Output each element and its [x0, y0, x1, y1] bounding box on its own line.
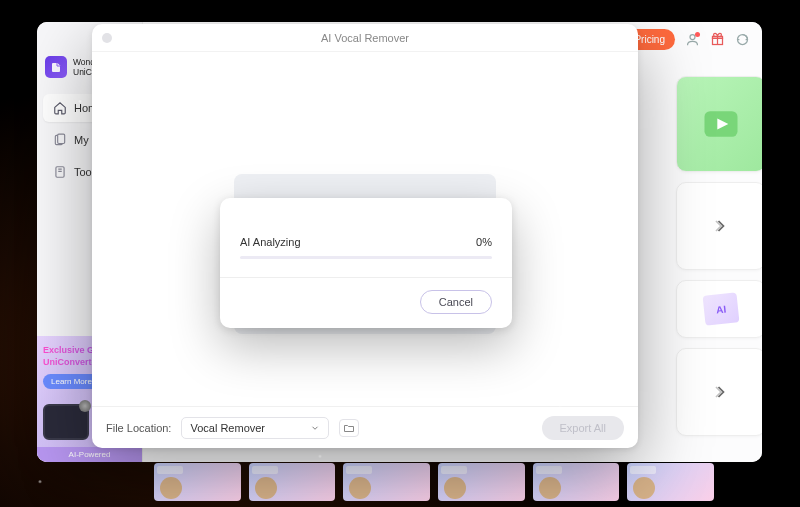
analyzing-percent: 0%	[476, 236, 492, 248]
modal-footer: File Location: Vocal Remover Export All	[92, 406, 638, 448]
dialog-separator	[220, 277, 512, 278]
chevron-down-icon	[310, 423, 320, 433]
modal-title: AI Vocal Remover	[321, 32, 409, 44]
modal-backdrop: AI Vocal Remover AI Analyzing 0% Cancel …	[0, 0, 800, 507]
modal-header: AI Vocal Remover	[92, 24, 638, 52]
cancel-button[interactable]: Cancel	[420, 290, 492, 314]
file-location-select[interactable]: Vocal Remover	[181, 417, 329, 439]
file-location-value: Vocal Remover	[190, 422, 265, 434]
analyzing-dialog: AI Analyzing 0% Cancel	[220, 198, 512, 328]
analyzing-status: AI Analyzing	[240, 236, 301, 248]
modal-close-icon[interactable]	[102, 33, 112, 43]
folder-icon	[343, 422, 355, 434]
vocal-remover-modal: AI Vocal Remover AI Analyzing 0% Cancel …	[92, 24, 638, 448]
export-all-button[interactable]: Export All	[542, 416, 624, 440]
modal-body: AI Analyzing 0% Cancel	[92, 52, 638, 406]
open-folder-button[interactable]	[339, 419, 359, 437]
file-location-label: File Location:	[106, 422, 171, 434]
analyzing-progress-bar	[240, 256, 492, 259]
